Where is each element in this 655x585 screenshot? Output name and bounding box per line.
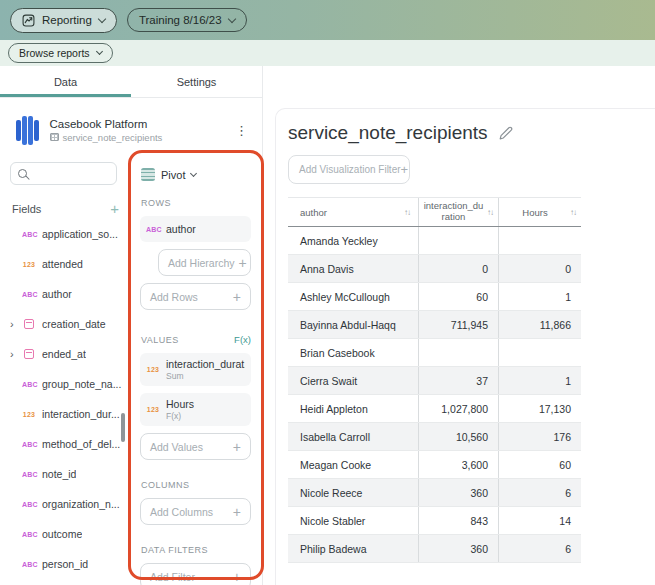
add-field-button[interactable]: + [110, 200, 119, 217]
table-cell: Isabella Carroll [288, 423, 418, 450]
training-label: Training 8/16/23 [139, 14, 222, 26]
table-row: Isabella Carroll10,560176 [288, 423, 581, 451]
plus-icon: + [233, 289, 241, 305]
field-item[interactable]: › ABC application_so... [10, 219, 127, 249]
fields-header-label: Fields [12, 203, 41, 215]
expand-caret-icon[interactable]: › [10, 319, 16, 330]
source-menu-button[interactable]: ⋮ [231, 121, 252, 140]
value-field-chip[interactable]: 123 interaction_durat... Sum [140, 353, 251, 386]
browse-reports-label: Browse reports [19, 47, 90, 59]
field-item[interactable]: › 123 interaction_dur... [10, 399, 127, 429]
field-label: outcome [42, 528, 82, 540]
table-cell: 360 [418, 479, 498, 506]
table-cell: 10,560 [418, 423, 498, 450]
table-cell: Philip Badewa [288, 535, 418, 562]
table-cell: Amanda Yeckley [288, 227, 418, 254]
table-row: Nicole Reece3606 [288, 479, 581, 507]
field-type-icon: ABC [22, 501, 36, 508]
pivot-table-icon [141, 168, 155, 181]
column-header-interaction-duration[interactable]: interaction_duration ↑↓ [418, 198, 498, 226]
casebook-logo-icon [16, 115, 39, 145]
value-chips-list: 123 interaction_durat... Sum 123 Hours F… [140, 353, 251, 426]
table-cell: 1,027,800 [418, 395, 498, 422]
field-item[interactable]: › ABC author [10, 279, 127, 309]
field-type-icon: ABC [22, 561, 36, 568]
add-filter-button[interactable]: Add Filter + [140, 563, 251, 585]
panel-tabs: Data Settings [0, 66, 262, 98]
field-type-icon: 123 [22, 411, 36, 418]
field-item[interactable]: › creation_date [10, 309, 127, 339]
field-item[interactable]: › ABC person_id [10, 549, 127, 579]
tab-data[interactable]: Data [0, 66, 131, 97]
table-cell: Nicole Stabler [288, 507, 418, 534]
value-field-aggregation: F(x) [166, 411, 194, 421]
visualization-title-row: service_note_recipients [288, 122, 655, 144]
add-hierarchy-button[interactable]: Add Hierarchy + [158, 249, 251, 276]
field-item[interactable]: › ABC group_note_na... [10, 369, 127, 399]
plus-icon: + [233, 569, 241, 585]
field-item[interactable]: › ABC method_of_del... [10, 429, 127, 459]
table-cell: Bayinna Abdul-Haqq [288, 311, 418, 338]
column-header-label: author [300, 207, 327, 218]
left-panel: Data Settings Casebook Platform service_… [0, 66, 263, 585]
browse-reports-button[interactable]: Browse reports [8, 43, 113, 63]
table-cell: 843 [418, 507, 498, 534]
add-hierarchy-label: Add Hierarchy [168, 257, 235, 269]
add-visualization-filter-button[interactable]: Add Visualization Filter + [288, 155, 410, 184]
training-report-button[interactable]: Training 8/16/23 [127, 8, 247, 32]
sort-arrows-icon[interactable]: ↑↓ [404, 208, 410, 217]
add-values-button[interactable]: Add Values + [140, 433, 251, 460]
fields-scrollbar-thumb[interactable] [121, 413, 125, 442]
table-cell: 60 [498, 451, 581, 478]
table-cell: Nicole Reece [288, 479, 418, 506]
field-type-icon [24, 349, 34, 359]
fields-column: Fields + › ABC application_so... › 123 a… [0, 156, 127, 585]
fields-list: › ABC application_so... › 123 attended ›… [10, 219, 127, 579]
table-cell [498, 339, 581, 366]
expand-caret-icon[interactable]: › [10, 349, 16, 360]
table-header-row: author ↑↓ interaction_duration ↑↓ Hours … [288, 197, 581, 227]
column-header-hours[interactable]: Hours ↑↓ [498, 198, 581, 226]
pivot-config-column: Pivot ROWS ABC author Add Hierarchy + Ad… [127, 156, 262, 585]
column-header-author[interactable]: author ↑↓ [288, 198, 418, 226]
row-field-chip-author[interactable]: ABC author [140, 216, 251, 242]
table-cell: 0 [418, 255, 498, 282]
field-item[interactable]: › 123 attended [10, 249, 127, 279]
visualization-type-selector[interactable]: Pivot [141, 168, 251, 181]
tab-settings[interactable]: Settings [131, 66, 262, 97]
add-rows-button[interactable]: Add Rows + [140, 283, 251, 310]
data-source-row: Casebook Platform service_note_recipient… [0, 98, 262, 156]
fx-formula-button[interactable]: F(x) [234, 334, 251, 345]
data-source-info: Casebook Platform service_note_recipient… [50, 118, 163, 143]
plus-icon: + [233, 504, 241, 520]
sort-arrows-icon[interactable]: ↑↓ [487, 208, 493, 217]
chevron-down-icon [96, 48, 103, 55]
plus-icon: + [401, 162, 409, 177]
field-search-box[interactable] [10, 162, 117, 185]
edit-title-button[interactable] [499, 126, 513, 140]
field-item[interactable]: › ABC outcome [10, 519, 127, 549]
reporting-menu-button[interactable]: Reporting [10, 8, 117, 33]
field-search-input[interactable] [33, 168, 113, 179]
table-cell: 1 [498, 367, 581, 394]
field-item[interactable]: › ABC note_id [10, 459, 127, 489]
table-cell: Heidi Appleton [288, 395, 418, 422]
number-field-icon: 123 [146, 366, 160, 373]
visualization-canvas: service_note_recipients Add Visualizatio… [275, 108, 655, 585]
field-item[interactable]: › ABC organization_n... [10, 489, 127, 519]
table-row: Cierra Swait371 [288, 367, 581, 395]
value-field-chip[interactable]: 123 Hours F(x) [140, 393, 251, 426]
table-row: Heidi Appleton1,027,80017,130 [288, 395, 581, 423]
panel-columns: Fields + › ABC application_so... › 123 a… [0, 156, 262, 585]
field-item[interactable]: › ended_at [10, 339, 127, 369]
value-field-label: interaction_durat... [166, 358, 245, 370]
chevron-down-icon [190, 169, 197, 176]
search-icon [18, 169, 27, 178]
values-header-row: VALUES F(x) [141, 334, 251, 345]
table-row: Meagan Cooke3,60060 [288, 451, 581, 479]
add-columns-button[interactable]: Add Columns + [140, 498, 251, 525]
table-cell: Anna Davis [288, 255, 418, 282]
sort-arrows-icon[interactable]: ↑↓ [570, 208, 576, 217]
table-grid-icon [50, 133, 59, 141]
add-filter-label: Add Filter [150, 571, 195, 583]
